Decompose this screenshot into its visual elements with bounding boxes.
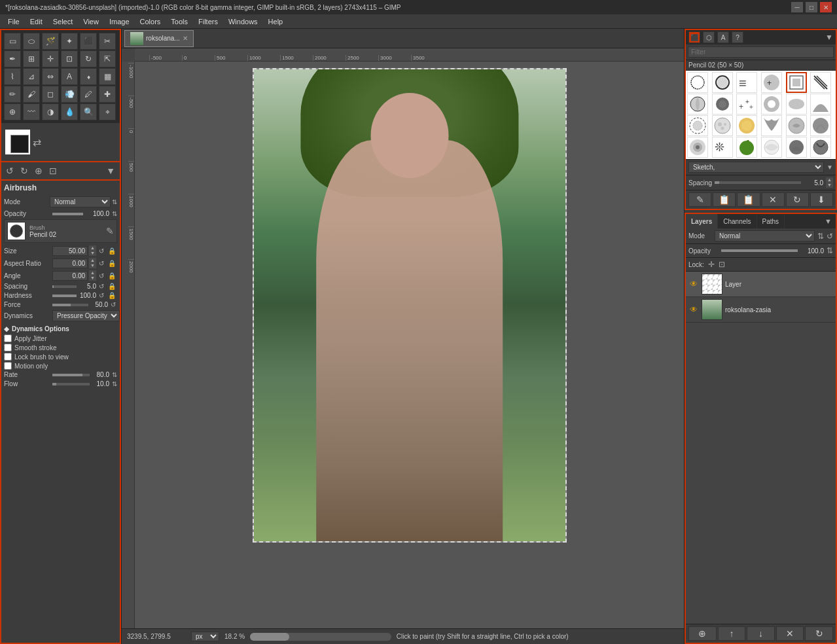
brush-item-4[interactable]: +	[761, 72, 782, 93]
lock-position-icon[interactable]: ✛	[708, 260, 715, 269]
aspect-ratio-spin[interactable]: ▲ ▼	[89, 258, 96, 268]
rectangle-select-tool[interactable]: ▭	[4, 33, 21, 50]
apply-jitter-checkbox[interactable]	[4, 334, 12, 342]
ink-tool[interactable]: 🖊	[80, 86, 97, 103]
brush-item-5[interactable]	[786, 72, 807, 93]
rate-arrows[interactable]: ⇅	[112, 371, 117, 378]
brush-item-10[interactable]	[761, 94, 782, 115]
layers-opacity-slider[interactable]	[721, 249, 798, 252]
hardness-lock-icon[interactable]: 🔒	[107, 292, 117, 299]
brush-item-9[interactable]: + + +	[736, 94, 757, 115]
size-lock-icon[interactable]: 🔒	[107, 247, 117, 255]
copy-icon[interactable]: ⊕	[33, 166, 45, 176]
tab-layers[interactable]: Layers	[686, 214, 718, 228]
brush-item-22[interactable]	[761, 137, 782, 158]
status-scrollbar[interactable]	[250, 633, 391, 641]
angle-spin[interactable]: ▲ ▼	[89, 270, 96, 281]
brush-item-15[interactable]	[736, 115, 757, 136]
menubar-item-colors[interactable]: Colors	[135, 16, 166, 27]
rate-slider[interactable]	[52, 374, 90, 376]
aspect-lock-icon[interactable]: 🔒	[107, 260, 117, 267]
brush-item-8[interactable]	[712, 94, 733, 115]
brushes-tab-icon[interactable]: ⬛	[688, 31, 700, 43]
layers-mode-select[interactable]: Normal Dissolve Multiply	[715, 230, 815, 241]
layers-mode-reset[interactable]: ↺	[827, 232, 833, 241]
aspect-ratio-input[interactable]: 0.00	[52, 259, 88, 268]
hardness-reset-icon[interactable]: ↺	[98, 292, 105, 299]
brush-item-17[interactable]	[786, 115, 807, 136]
background-color-swatch[interactable]	[5, 130, 30, 154]
spacing-slider[interactable]	[52, 285, 77, 288]
heal-tool[interactable]: ✚	[99, 86, 116, 103]
blend-tool[interactable]: ▦	[99, 68, 116, 85]
image-tab-close[interactable]: ✕	[183, 35, 188, 42]
mode-dropdown[interactable]: Normal Dissolve Multiply	[50, 196, 111, 207]
paintbrush-tool[interactable]: 🖌	[23, 86, 40, 103]
layers-opacity-arrows[interactable]: ⇅	[827, 246, 833, 255]
opacity-slider[interactable]	[52, 213, 83, 215]
free-select-tool[interactable]: 🪄	[42, 33, 59, 50]
brush-item-20[interactable]: ❊	[712, 137, 733, 158]
shear-tool[interactable]: ⌇	[4, 68, 21, 85]
rotate-tool[interactable]: ↻	[80, 50, 97, 67]
tab-paths[interactable]: Paths	[757, 214, 785, 228]
size-up-icon[interactable]: ▲	[89, 245, 96, 251]
tab-channels[interactable]: Channels	[718, 214, 757, 228]
brush-item-14[interactable]	[712, 115, 733, 136]
brush-edit-button[interactable]: ✎	[688, 192, 711, 207]
menubar-item-file[interactable]: File	[3, 16, 25, 27]
brushes-spacing-down[interactable]: ▼	[826, 183, 833, 188]
brush-edit-icon[interactable]: ✎	[106, 226, 114, 236]
brush-item-23[interactable]	[786, 137, 807, 158]
category-collapse-icon[interactable]: ▼	[827, 164, 833, 171]
size-down-icon[interactable]: ▼	[89, 251, 96, 256]
brushes-tab-patterns[interactable]: ⬡	[703, 31, 715, 43]
magnify-tool[interactable]: 🔍	[80, 103, 97, 120]
layer-move-down-button[interactable]: ↓	[747, 626, 775, 641]
force-slider[interactable]	[52, 304, 88, 306]
close-button[interactable]: ✕	[820, 2, 832, 12]
aspect-up-icon[interactable]: ▲	[89, 258, 96, 263]
dodge-burn-tool[interactable]: ◑	[42, 103, 59, 120]
brush-delete-button[interactable]: ✕	[762, 192, 785, 207]
menubar-item-image[interactable]: Image	[104, 16, 135, 27]
crop-tool[interactable]: ⊡	[61, 50, 78, 67]
pencil-tool[interactable]: ✏	[4, 86, 21, 103]
brush-save-button[interactable]: ⬇	[810, 192, 833, 207]
angle-lock-icon[interactable]: 🔒	[107, 272, 117, 279]
menubar-item-filters[interactable]: Filters	[193, 16, 223, 27]
brush-item-2[interactable]	[712, 72, 733, 93]
brush-item-6[interactable]	[810, 72, 831, 93]
hardness-slider[interactable]	[52, 295, 77, 297]
brush-item-19[interactable]	[687, 137, 708, 158]
layers-panel-collapse[interactable]: ▼	[821, 214, 836, 228]
lock-brush-to-view-checkbox[interactable]	[4, 353, 12, 361]
foreground-color-swatch[interactable]	[10, 135, 29, 153]
layer-2-visibility-icon[interactable]: 👁	[688, 304, 699, 315]
layer-item-2[interactable]: 👁 roksolana-zasia	[686, 297, 836, 323]
layers-mode-arrows[interactable]: ⇅	[817, 232, 824, 241]
brush-selector[interactable]: Brush Pencil 02 ✎	[4, 219, 117, 243]
brushes-spacing-spin[interactable]: ▲ ▼	[826, 177, 833, 188]
menubar-item-view[interactable]: View	[78, 16, 104, 27]
perspective-tool[interactable]: ⊿	[23, 68, 40, 85]
dynamics-options-arrow[interactable]: ◆	[4, 325, 9, 332]
brush-item-1[interactable]	[687, 72, 708, 93]
minimize-button[interactable]: ─	[791, 2, 803, 12]
brushes-tab-fonts[interactable]: A	[717, 31, 729, 43]
airbrush-tool[interactable]: 💨	[61, 86, 78, 103]
image-canvas[interactable]	[253, 68, 567, 543]
reset-tool-icon[interactable]: ↺	[4, 166, 16, 176]
flow-slider[interactable]	[52, 383, 90, 385]
brush-item-12[interactable]	[810, 94, 831, 115]
image-tab-active[interactable]: roksolana... ✕	[124, 30, 194, 47]
brushes-spacing-slider[interactable]	[715, 181, 801, 184]
smudge-tool[interactable]: 〰	[23, 103, 40, 120]
brushes-spacing-up[interactable]: ▲	[826, 177, 833, 183]
layer-delete-button[interactable]: ✕	[776, 626, 804, 641]
angle-input[interactable]	[52, 271, 88, 281]
aspect-down-icon[interactable]: ▼	[89, 263, 96, 268]
aspect-reset-icon[interactable]: ↺	[98, 260, 105, 267]
opacity-arrows[interactable]: ⇅	[112, 210, 117, 217]
eraser-tool[interactable]: ◻	[42, 86, 59, 103]
